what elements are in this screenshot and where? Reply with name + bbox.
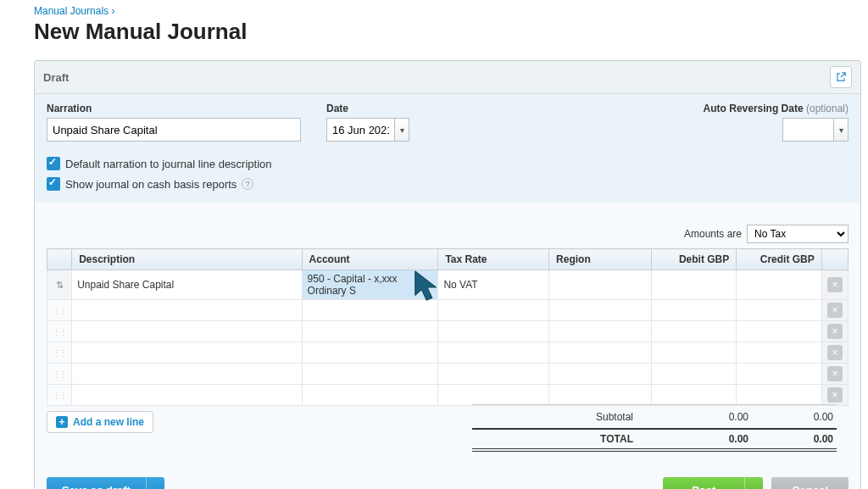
table-row: × xyxy=(47,321,849,342)
cell-credit[interactable] xyxy=(737,364,822,385)
narration-group: Narration xyxy=(47,103,326,142)
breadcrumb-link[interactable]: Manual Journals xyxy=(34,5,108,17)
cell-debit[interactable] xyxy=(651,270,737,300)
cell-account[interactable]: 950 - Capital - x,xxx Ordinary S xyxy=(302,270,438,300)
cell-debit[interactable] xyxy=(651,321,737,342)
checkbox-cash-basis-label: Show journal on cash basis reports xyxy=(65,178,236,191)
delete-row-button[interactable]: × xyxy=(827,324,843,339)
cell-region[interactable] xyxy=(549,300,652,321)
cell-region[interactable] xyxy=(549,342,652,364)
cell-account[interactable] xyxy=(302,300,438,321)
cell-debit[interactable] xyxy=(651,385,737,406)
amounts-are-label: Amounts are xyxy=(684,228,742,240)
cell-description[interactable] xyxy=(72,342,302,364)
cell-account[interactable] xyxy=(302,364,438,385)
amounts-are-select[interactable]: No Tax xyxy=(747,225,849,243)
cell-tax-rate[interactable] xyxy=(438,385,549,406)
cell-debit[interactable] xyxy=(651,300,737,321)
total-label: TOTAL xyxy=(472,433,667,445)
cell-account[interactable] xyxy=(302,342,438,364)
th-tax-rate[interactable]: Tax Rate xyxy=(438,249,549,270)
page-title: New Manual Journal xyxy=(0,19,868,53)
drag-handle-icon[interactable] xyxy=(47,385,72,406)
narration-input[interactable] xyxy=(47,118,301,142)
th-region[interactable]: Region xyxy=(549,249,652,270)
cell-delete: × xyxy=(821,270,848,300)
post-group: Post xyxy=(663,477,763,489)
total-credit: 0.00 xyxy=(752,433,837,445)
th-handle xyxy=(47,249,72,270)
delete-row-button[interactable]: × xyxy=(827,345,843,360)
save-draft-button[interactable]: Save as draft xyxy=(47,477,146,489)
post-split-button[interactable] xyxy=(744,477,763,489)
cell-credit[interactable] xyxy=(737,321,822,342)
new-window-button[interactable] xyxy=(830,66,852,88)
post-button[interactable]: Post xyxy=(663,477,744,489)
grid-wrap: Description Account Tax Rate Region Debi… xyxy=(35,248,860,442)
checkbox-cash-basis[interactable] xyxy=(47,177,60,191)
drag-handle-icon[interactable] xyxy=(47,364,72,385)
add-line-button[interactable]: + Add a new line xyxy=(47,411,153,433)
delete-row-button[interactable]: × xyxy=(827,366,843,381)
cell-region[interactable] xyxy=(549,385,652,406)
checkbox-cash-basis-row: Show journal on cash basis reports ? xyxy=(47,177,849,191)
help-icon[interactable]: ? xyxy=(242,178,253,190)
cell-tax-rate[interactable] xyxy=(438,321,549,342)
cell-debit[interactable] xyxy=(651,364,737,385)
date-group: Date xyxy=(326,103,409,142)
th-credit[interactable]: Credit GBP xyxy=(737,249,822,270)
plus-icon: + xyxy=(56,416,68,428)
drag-handle-icon[interactable] xyxy=(47,321,72,342)
auto-reversing-picker-button[interactable] xyxy=(833,118,849,142)
date-picker-button[interactable] xyxy=(394,118,409,142)
cell-credit[interactable] xyxy=(737,270,822,300)
cell-account[interactable] xyxy=(302,321,438,342)
journal-panel: Draft Narration Date Auto Reversing Date… xyxy=(34,60,861,489)
cell-description[interactable] xyxy=(72,300,302,321)
breadcrumb: Manual Journals › xyxy=(0,0,868,19)
save-draft-split-button[interactable] xyxy=(146,477,164,489)
checkbox-default-narration-label: Default narration to journal line descri… xyxy=(65,158,272,170)
date-input[interactable] xyxy=(326,118,394,142)
cell-delete: × xyxy=(821,364,848,385)
auto-reversing-input[interactable] xyxy=(782,118,833,142)
th-account[interactable]: Account xyxy=(302,249,438,270)
cell-delete: × xyxy=(821,342,848,364)
table-row: × xyxy=(47,300,849,321)
table-row: × xyxy=(47,364,849,385)
drag-handle-icon[interactable] xyxy=(47,342,72,364)
cell-description[interactable]: Unpaid Share Capital xyxy=(72,270,302,300)
amounts-row: Amounts are No Tax xyxy=(35,203,860,248)
auto-reversing-group: Auto Reversing Date (optional) xyxy=(704,103,849,142)
status-badge: Draft xyxy=(43,71,69,84)
cell-tax-rate[interactable] xyxy=(438,342,549,364)
cell-credit[interactable] xyxy=(737,300,822,321)
cell-debit[interactable] xyxy=(651,342,737,364)
delete-row-button[interactable]: × xyxy=(827,303,843,318)
add-line-label: Add a new line xyxy=(73,416,144,428)
table-row: × xyxy=(47,342,849,364)
cancel-button[interactable]: Cancel xyxy=(771,477,849,489)
drag-handle-icon[interactable] xyxy=(47,300,72,321)
th-description[interactable]: Description xyxy=(72,249,302,270)
cell-description[interactable] xyxy=(72,385,302,406)
sort-handle-icon[interactable] xyxy=(47,270,72,300)
cell-account[interactable] xyxy=(302,385,438,406)
cell-tax-rate[interactable] xyxy=(438,364,549,385)
cell-region[interactable] xyxy=(549,321,652,342)
th-debit[interactable]: Debit GBP xyxy=(651,249,737,270)
cell-description[interactable] xyxy=(72,364,302,385)
total-debit: 0.00 xyxy=(667,433,752,445)
new-window-icon xyxy=(835,71,847,83)
cell-tax-rate[interactable] xyxy=(438,300,549,321)
cell-description[interactable] xyxy=(72,321,302,342)
delete-row-button[interactable]: × xyxy=(827,387,843,403)
delete-row-button[interactable]: × xyxy=(827,277,843,292)
cell-region[interactable] xyxy=(549,364,652,385)
cell-region[interactable] xyxy=(549,270,652,300)
action-bar: Save as draft Post Cancel xyxy=(35,452,860,489)
cell-credit[interactable] xyxy=(737,342,822,364)
checkbox-default-narration[interactable] xyxy=(47,157,60,170)
cell-tax-rate[interactable]: No VAT xyxy=(438,270,549,300)
cell-credit[interactable] xyxy=(737,385,822,406)
